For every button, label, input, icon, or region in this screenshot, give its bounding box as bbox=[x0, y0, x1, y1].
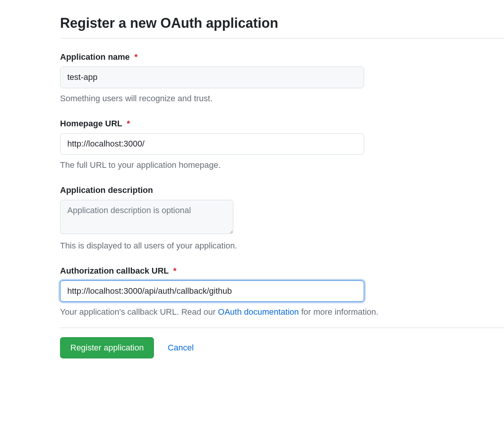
app-name-label-text: Application name bbox=[60, 52, 130, 62]
homepage-url-label: Homepage URL * bbox=[60, 119, 504, 129]
register-application-button[interactable]: Register application bbox=[60, 337, 154, 358]
app-name-input[interactable] bbox=[60, 67, 364, 88]
required-asterisk-icon: * bbox=[173, 266, 177, 275]
description-textarea[interactable] bbox=[60, 200, 233, 234]
homepage-url-label-text: Homepage URL bbox=[60, 119, 122, 128]
cancel-button[interactable]: Cancel bbox=[168, 343, 193, 353]
callback-url-label-text: Authorization callback URL bbox=[60, 266, 169, 275]
required-asterisk-icon: * bbox=[127, 119, 130, 128]
divider-bottom bbox=[60, 328, 504, 328]
callback-url-label: Authorization callback URL * bbox=[60, 266, 504, 276]
callback-url-help: Your application's callback URL. Read ou… bbox=[60, 307, 504, 317]
description-help: This is displayed to all users of your a… bbox=[60, 241, 504, 251]
oauth-documentation-link[interactable]: OAuth documentation bbox=[218, 307, 299, 317]
page-title: Register a new OAuth application bbox=[60, 15, 504, 31]
form-group-homepage-url: Homepage URL * The full URL to your appl… bbox=[60, 119, 504, 170]
callback-url-help-suffix: for more information. bbox=[299, 307, 378, 317]
description-label: Application description bbox=[60, 185, 504, 195]
form-group-callback-url: Authorization callback URL * Your applic… bbox=[60, 266, 504, 317]
form-group-app-name: Application name * Something users will … bbox=[60, 52, 504, 104]
divider bbox=[60, 38, 504, 38]
button-row: Register application Cancel bbox=[60, 337, 504, 358]
app-name-label: Application name * bbox=[60, 52, 504, 62]
callback-url-input[interactable] bbox=[60, 280, 364, 302]
description-label-text: Application description bbox=[60, 185, 153, 195]
homepage-url-help: The full URL to your application homepag… bbox=[60, 160, 504, 170]
homepage-url-input[interactable] bbox=[60, 133, 364, 155]
callback-url-help-prefix: Your application's callback URL. Read ou… bbox=[60, 307, 218, 317]
required-asterisk-icon: * bbox=[134, 52, 138, 62]
app-name-help: Something users will recognize and trust… bbox=[60, 94, 504, 104]
form-group-description: Application description This is displaye… bbox=[60, 185, 504, 251]
